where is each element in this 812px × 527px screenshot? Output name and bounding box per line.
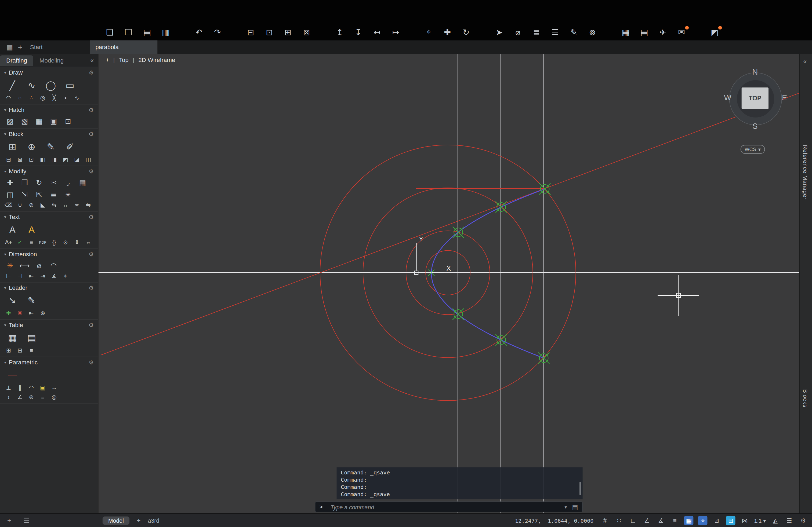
tool-measure-divide-icon[interactable]: ≍ xyxy=(72,201,82,209)
tool-adjust-xref-icon[interactable]: ◩ xyxy=(61,155,71,164)
export-icon[interactable]: ↥ xyxy=(334,26,346,38)
tool-chamfer-icon[interactable]: ◣ xyxy=(38,201,48,209)
tool-parallel-constraint-icon[interactable]: ∥ xyxy=(15,383,25,392)
viewcube-south[interactable]: S xyxy=(752,122,757,131)
tool-import-pdf-icon[interactable]: PDF xyxy=(38,238,48,246)
tab-start[interactable]: Start xyxy=(30,44,43,50)
layers-icon[interactable]: ≣ xyxy=(530,26,543,38)
import-icon[interactable]: ↤ xyxy=(371,26,383,38)
workspace-menu-icon[interactable]: ☰ xyxy=(785,516,794,525)
updates-icon[interactable]: ✉ xyxy=(675,26,688,38)
tool-solid-fill-icon[interactable]: ▣ xyxy=(47,115,60,126)
ortho-mode-icon[interactable]: ∟ xyxy=(628,516,638,525)
intersection-marker[interactable] xyxy=(496,334,507,346)
pan-icon[interactable]: ✚ xyxy=(441,26,453,38)
tool-construction-line-icon[interactable]: ╳ xyxy=(49,94,59,102)
viewport-visual-style-control[interactable]: 2D Wireframe xyxy=(138,57,175,63)
tool-concentric-constraint-icon[interactable]: ◎ xyxy=(49,393,59,401)
redo-icon[interactable]: ↷ xyxy=(211,26,224,38)
tab-overview-icon[interactable]: ▦ xyxy=(5,43,14,51)
tool-center-mark-icon[interactable]: ⌖ xyxy=(61,272,71,280)
viewcube[interactable]: N W E S TOP xyxy=(723,66,787,131)
tool-scale-text-icon[interactable]: ⇕ xyxy=(72,238,82,246)
section-gear-icon[interactable]: ⚙ xyxy=(89,251,94,257)
tool-donut-icon[interactable]: ◎ xyxy=(38,94,48,102)
tool-diameter-dimension-icon[interactable]: ⌀ xyxy=(32,260,45,271)
section-collapse-icon[interactable]: ▾ xyxy=(4,252,6,256)
tool-region-icon[interactable]: ▪ xyxy=(61,94,71,102)
tool-reverse-icon[interactable]: ⇋ xyxy=(83,201,93,209)
tool-symmetric-constraint-icon[interactable]: ≡ xyxy=(38,393,48,401)
tool-field-icon[interactable]: {} xyxy=(49,238,59,246)
add-palette-button[interactable]: + xyxy=(7,516,11,524)
etransmit-icon[interactable]: ↦ xyxy=(389,26,402,38)
tool-copy-icon[interactable]: ❐ xyxy=(18,177,31,188)
tool-add-leader-icon[interactable]: ✚ xyxy=(3,309,13,317)
tool-sets-icon[interactable]: ▦ xyxy=(620,26,632,38)
quick-measure-icon[interactable]: ⌀ xyxy=(511,26,524,38)
collapse-palette-button[interactable]: « xyxy=(90,57,94,64)
tool-stretch-icon[interactable]: ⇲ xyxy=(18,189,31,200)
tool-gradient-icon[interactable]: ▧ xyxy=(18,115,31,126)
tool-manage-attributes-icon[interactable]: ⊡ xyxy=(26,155,36,164)
tab-model[interactable]: Model xyxy=(103,516,129,525)
tool-remove-leader-icon[interactable]: ✖ xyxy=(15,309,25,317)
zoom-extents-icon[interactable]: ⌖ xyxy=(423,26,435,38)
tool-baseline-dimension-icon[interactable]: ⊢ xyxy=(3,272,13,280)
tool-align-icon[interactable]: ⇆ xyxy=(49,201,59,209)
hamburger-menu-icon[interactable]: ☰ xyxy=(24,516,30,524)
tool-mirror-icon[interactable]: ◫ xyxy=(3,189,16,200)
viewport-menu-button[interactable]: + xyxy=(105,57,109,63)
command-input[interactable]: Type a command xyxy=(331,504,564,510)
section-gear-icon[interactable]: ⚙ xyxy=(89,69,94,76)
section-gear-icon[interactable]: ⚙ xyxy=(89,131,94,137)
tool-multileader-style-icon[interactable]: ✎ xyxy=(23,293,41,308)
tool-multileader-icon[interactable]: ➘ xyxy=(3,293,21,308)
tool-clip-xref-icon[interactable]: ◨ xyxy=(49,155,59,164)
tool-erase-icon[interactable]: ⌫ xyxy=(3,201,13,209)
quick-select-icon[interactable]: ➤ xyxy=(493,26,505,38)
section-collapse-icon[interactable]: ▾ xyxy=(4,107,6,112)
section-collapse-icon[interactable]: ▾ xyxy=(4,132,6,136)
tool-dimension-break-icon[interactable]: ⇥ xyxy=(38,272,48,280)
tool-break-icon[interactable]: ⊘ xyxy=(26,201,36,209)
new-file-icon[interactable]: ❏ xyxy=(104,26,116,38)
tool-arc-icon[interactable]: ◠ xyxy=(3,94,13,102)
tool-polyline-icon[interactable]: ∿ xyxy=(23,78,41,93)
polar-tracking-icon[interactable]: ∠ xyxy=(642,516,652,525)
tool-arc-length-dimension-icon[interactable]: ◠ xyxy=(47,260,60,271)
tab-parabola[interactable]: parabola xyxy=(90,40,158,54)
tool-auto-constrain-icon[interactable]: — xyxy=(3,368,21,382)
tool-ellipse-icon[interactable]: ○ xyxy=(15,94,25,102)
tool-text-style-icon[interactable]: A+ xyxy=(3,238,13,246)
tool-move-icon[interactable]: ✚ xyxy=(3,177,16,188)
snap-mode-icon[interactable]: ∷ xyxy=(614,516,624,525)
tool-text-align-icon[interactable]: ≡ xyxy=(26,238,36,246)
intersection-marker[interactable] xyxy=(539,183,550,195)
tool-join-icon[interactable]: ∪ xyxy=(15,201,25,209)
section-gear-icon[interactable]: ⚙ xyxy=(89,359,94,365)
wcs-dropdown[interactable]: WCS ▾ xyxy=(741,145,765,154)
plot-preview-icon[interactable]: ⊡ xyxy=(263,26,276,38)
tab-layout-a3rd[interactable]: a3rd xyxy=(148,517,159,524)
collapse-right-panel-button[interactable]: « xyxy=(803,58,807,65)
section-collapse-icon[interactable]: ▾ xyxy=(4,286,6,290)
tool-offset-icon[interactable]: ≣ xyxy=(47,189,60,200)
section-gear-icon[interactable]: ⚙ xyxy=(89,322,94,328)
viewport-view-control[interactable]: Top xyxy=(119,57,129,63)
batch-plot-icon[interactable]: ⊠ xyxy=(301,26,313,38)
tool-horizontal-constraint-icon[interactable]: ↔ xyxy=(49,383,59,392)
tool-create-block-icon[interactable]: ⊕ xyxy=(23,140,41,154)
object-snap-cursor-icon[interactable]: ⌖ xyxy=(698,516,708,525)
page-setup-icon[interactable]: ⊞ xyxy=(282,26,294,38)
viewcube-north[interactable]: N xyxy=(752,67,758,76)
tool-insert-row-icon[interactable]: ⊞ xyxy=(3,346,13,355)
tool-continue-dimension-icon[interactable]: ⊣ xyxy=(15,272,25,280)
tool-rectangle-icon[interactable]: ▭ xyxy=(61,78,79,93)
section-collapse-icon[interactable]: ▾ xyxy=(4,322,6,327)
tool-linear-dimension-icon[interactable]: ⟷ xyxy=(18,260,31,271)
properties-icon[interactable]: ☰ xyxy=(549,26,561,38)
tool-collect-leaders-icon[interactable]: ⊛ xyxy=(38,309,48,317)
save-as-icon[interactable]: ▥ xyxy=(160,26,172,38)
section-gear-icon[interactable]: ⚙ xyxy=(89,106,94,113)
